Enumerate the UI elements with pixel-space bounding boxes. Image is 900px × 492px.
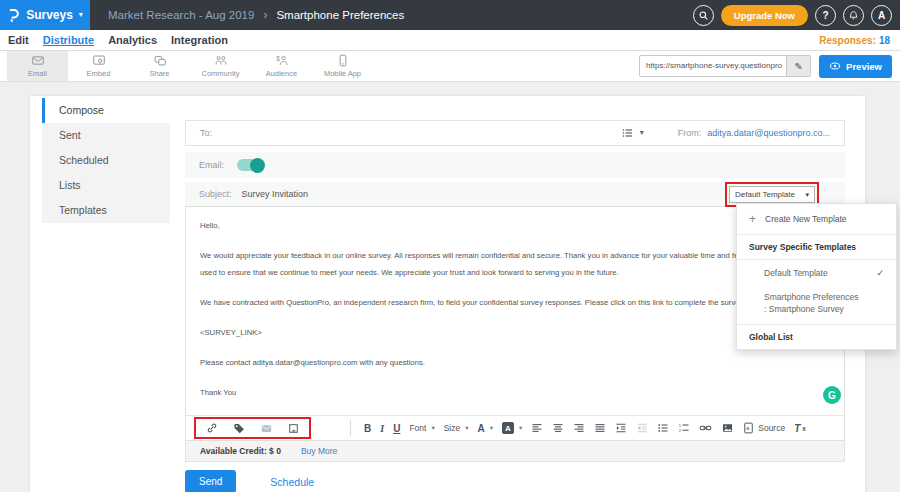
tab-distribute[interactable]: Distribute	[43, 34, 94, 46]
distribution-channels: Email Embed Share Community $ Audience M…	[0, 51, 900, 82]
chevron-down-icon: ▾	[519, 424, 522, 432]
bold-button[interactable]: B	[364, 423, 371, 434]
responses-value: 18	[879, 35, 890, 46]
remove-format-button[interactable]: Tx	[794, 423, 806, 434]
channel-email[interactable]: Email	[7, 51, 68, 81]
survey-url-field[interactable]: https://smartphone-survey.questionpro ✎	[639, 55, 811, 77]
embed-box-icon[interactable]	[288, 423, 299, 434]
edit-url-button[interactable]: ✎	[786, 56, 810, 76]
channel-embed[interactable]: Embed	[68, 51, 129, 81]
toolbar-divider	[350, 420, 351, 436]
numbered-list-icon: 12	[678, 422, 690, 434]
credit-row: Available Credit: $ 0 Buy More	[185, 441, 845, 462]
email-icon	[31, 54, 45, 67]
mobile-app-icon	[336, 54, 350, 67]
italic-button[interactable]: I	[380, 423, 384, 434]
notifications-button[interactable]	[843, 5, 864, 26]
font-select[interactable]: Font▾	[409, 423, 434, 433]
to-row-controls: ▾ From: aditya.datar@questionpro.co...	[621, 127, 830, 139]
available-credit-label: Available Credit: $ 0	[200, 446, 281, 456]
size-select[interactable]: Size▾	[444, 423, 469, 433]
align-justify-button[interactable]	[594, 422, 606, 434]
chevron-down-icon: ▾	[79, 11, 83, 19]
questionpro-email-distribute-page: Surveys ▾ Market Research - Aug 2019 › S…	[0, 0, 900, 492]
avatar[interactable]: A	[871, 5, 892, 26]
merge-tag-icon[interactable]	[233, 422, 245, 434]
body-paragraph: Please contact aditya.datar@questionpro.…	[200, 354, 830, 371]
email-template-icon[interactable]	[260, 423, 273, 434]
align-right-button[interactable]	[573, 422, 585, 434]
sidebar-item-sent[interactable]: Sent	[42, 123, 170, 148]
share-icon	[153, 54, 167, 67]
numbered-list-button[interactable]: 12	[678, 422, 690, 434]
breadcrumb-folder[interactable]: Market Research - Aug 2019	[108, 9, 254, 21]
channel-mobile-app[interactable]: Mobile App	[312, 51, 373, 81]
email-toggle[interactable]	[237, 159, 264, 171]
tab-edit[interactable]: Edit	[8, 34, 29, 46]
svg-text:$: $	[276, 55, 280, 62]
align-left-button[interactable]	[531, 422, 543, 434]
pencil-icon: ✎	[794, 61, 802, 72]
send-button[interactable]: Send	[185, 470, 236, 492]
subject-label: Subject:	[199, 189, 232, 199]
help-button[interactable]: ?	[815, 5, 836, 26]
breadcrumb-survey[interactable]: Smartphone Preferences	[276, 9, 404, 21]
subject-value[interactable]: Survey Invitation	[242, 189, 309, 199]
schedule-link[interactable]: Schedule	[270, 476, 314, 488]
menu-header-survey-specific: Survey Specific Templates	[737, 235, 896, 259]
sidebar-item-templates[interactable]: Templates	[42, 198, 170, 223]
tab-integration[interactable]: Integration	[171, 34, 228, 46]
svg-text:a: a	[746, 425, 749, 431]
responses-count: Responses:18	[819, 35, 890, 46]
send-actions: Send Schedule	[185, 470, 845, 492]
indent-increase-button[interactable]	[615, 422, 627, 434]
sidebar-item-scheduled[interactable]: Scheduled	[42, 148, 170, 173]
check-icon: ✓	[876, 268, 884, 278]
chevron-down-icon: ▾	[431, 424, 434, 432]
search-button[interactable]	[693, 5, 714, 26]
preview-button[interactable]: Preview	[819, 55, 892, 78]
hyperlink-button[interactable]	[699, 423, 712, 433]
list-caret-icon[interactable]: ▾	[640, 129, 644, 137]
audience-icon: $	[275, 54, 289, 67]
align-center-button[interactable]	[552, 422, 564, 434]
breadcrumb: Market Research - Aug 2019 › Smartphone …	[108, 8, 404, 22]
surveys-menu[interactable]: Surveys ▾	[0, 0, 90, 30]
grammarly-badge[interactable]: G	[823, 386, 841, 404]
merge-tools-annotation-box	[194, 417, 311, 439]
survey-nav: Edit Distribute Analytics Integration Re…	[0, 30, 900, 51]
indent-decrease-button[interactable]	[636, 422, 648, 434]
bullet-list-button[interactable]	[657, 422, 669, 434]
community-icon	[214, 54, 228, 67]
upgrade-now-button[interactable]: Upgrade Now	[721, 5, 808, 26]
contact-list-icon[interactable]	[621, 127, 634, 139]
to-row[interactable]: To: ▾ From: aditya.datar@questionpro.co.…	[185, 120, 845, 146]
channel-community[interactable]: Community	[190, 51, 251, 81]
text-color-button[interactable]: A▾	[477, 423, 493, 434]
sidebar-item-compose[interactable]: Compose	[42, 98, 170, 123]
menu-header-global-list[interactable]: Global List	[737, 325, 896, 349]
channel-share[interactable]: Share	[129, 51, 190, 81]
insert-image-button[interactable]	[721, 422, 734, 434]
underline-button[interactable]: U	[393, 423, 400, 434]
chevron-down-icon: ▾	[490, 424, 493, 432]
breadcrumb-separator: ›	[263, 8, 267, 22]
indent-increase-icon	[615, 422, 627, 434]
align-left-icon	[531, 422, 543, 434]
template-selected-value: Default Template	[735, 190, 795, 199]
bg-color-button[interactable]: A▾	[502, 422, 522, 434]
from-email-value[interactable]: aditya.datar@questionpro.co...	[707, 128, 830, 138]
menu-item-create-new-template[interactable]: + Create New Template	[737, 204, 896, 234]
bell-icon	[848, 10, 859, 21]
sidebar-item-lists[interactable]: Lists	[42, 173, 170, 198]
channel-audience[interactable]: $ Audience	[251, 51, 312, 81]
menu-item-smartphone-preferences[interactable]: Smartphone Preferences : Smartphone Surv…	[737, 286, 896, 324]
insert-link-icon[interactable]	[206, 422, 218, 434]
from-label: From:	[678, 128, 702, 138]
source-button[interactable]: aSource	[743, 422, 785, 434]
buy-more-link[interactable]: Buy More	[301, 446, 337, 456]
align-right-icon	[573, 422, 585, 434]
tab-analytics[interactable]: Analytics	[108, 34, 157, 46]
menu-item-default-template[interactable]: Default Template ✓	[737, 260, 896, 286]
template-select[interactable]: Default Template ▾	[729, 186, 815, 203]
